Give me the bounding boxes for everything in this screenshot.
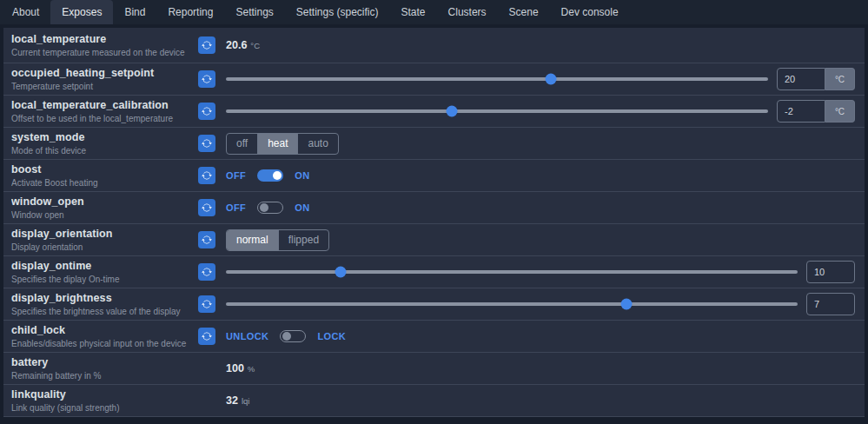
expose-row-local-temperature-calibration: local_temperature_calibrationOffset to b… — [3, 96, 865, 128]
toggle-off-label[interactable]: OFF — [226, 202, 246, 213]
refresh-button[interactable] — [198, 135, 215, 152]
toggle-off-label[interactable]: OFF — [226, 170, 246, 181]
expose-row-local-temperature: local_temperatureCurrent temperature mea… — [3, 28, 865, 63]
value-slider[interactable] — [226, 73, 768, 85]
expose-row-display-brightness: display_brightnessSpecifies the brightne… — [3, 288, 865, 321]
expose-value: 32 — [226, 394, 238, 407]
slider-thumb[interactable] — [447, 106, 458, 117]
toggle-on-label[interactable]: ON — [295, 170, 309, 181]
expose-description: Specifies the brightness value of the di… — [11, 307, 198, 316]
value-input[interactable] — [777, 100, 825, 123]
tab-dev-console[interactable]: Dev console — [550, 0, 630, 24]
expose-row-system-mode: system_modeMode of this device offheatau… — [3, 128, 865, 160]
refresh-icon — [202, 40, 212, 50]
option-normal[interactable]: normal — [227, 230, 278, 250]
value-slider[interactable] — [226, 105, 768, 117]
expose-control: 100% — [226, 362, 855, 374]
refresh-button[interactable] — [198, 167, 215, 184]
expose-name: boost — [11, 163, 198, 176]
expose-control: °C — [226, 100, 855, 123]
expose-name: display_brightness — [11, 292, 198, 304]
toggle-knob — [260, 203, 268, 212]
toggle-switch[interactable] — [257, 169, 283, 182]
toggle-switch[interactable] — [257, 202, 283, 214]
expose-name: local_temperature_calibration — [11, 99, 198, 111]
toggle-off-label[interactable]: UNLOCK — [226, 331, 268, 341]
tab-reporting[interactable]: Reporting — [156, 0, 224, 24]
expose-control: normalflipped — [226, 229, 855, 251]
refresh-button[interactable] — [198, 263, 215, 281]
refresh-icon — [202, 299, 212, 309]
expose-description: Link quality (signal strength) — [11, 403, 198, 413]
refresh-button[interactable] — [198, 231, 215, 248]
option-flipped[interactable]: flipped — [278, 230, 328, 250]
refresh-icon — [202, 235, 212, 245]
value-input[interactable] — [806, 293, 855, 315]
expose-unit: % — [248, 364, 255, 374]
toggle-on-label[interactable]: ON — [295, 202, 309, 213]
slider-track — [226, 302, 798, 306]
slider-thumb[interactable] — [620, 299, 632, 310]
option-off[interactable]: off — [227, 134, 257, 154]
slider-track — [226, 270, 798, 274]
value-input-group — [806, 261, 855, 283]
expose-label-block: display_brightnessSpecifies the brightne… — [11, 292, 198, 316]
toggle-knob — [282, 332, 291, 341]
slider-thumb[interactable] — [546, 74, 557, 85]
unit-addon: °C — [825, 100, 855, 123]
unit-addon: °C — [825, 68, 855, 90]
expose-label-block: child_lockEnables/disables physical inpu… — [11, 324, 198, 348]
expose-control: °C — [226, 68, 855, 90]
expose-label-block: system_modeMode of this device — [11, 131, 198, 156]
expose-description: Mode of this device — [11, 146, 198, 156]
slider-thumb[interactable] — [335, 267, 346, 278]
expose-control: OFFON — [226, 169, 855, 182]
expose-description: Offset to be used in the local_temperatu… — [11, 114, 198, 123]
tab-state[interactable]: State — [390, 0, 437, 24]
expose-description: Enables/disables physical input on the d… — [11, 339, 198, 348]
tab-settings-specific[interactable]: Settings (specific) — [285, 0, 390, 24]
expose-row-window-open: window_openWindow open OFFON — [3, 192, 865, 224]
tab-scene[interactable]: Scene — [498, 0, 550, 24]
expose-control: 32lqi — [226, 394, 855, 407]
exposes-list: local_temperatureCurrent temperature mea… — [3, 28, 865, 417]
refresh-button[interactable] — [198, 295, 215, 313]
value-slider[interactable] — [226, 266, 798, 278]
refresh-icon — [202, 106, 212, 116]
expose-row-display-orientation: display_orientationDisplay orientation n… — [3, 224, 865, 256]
refresh-icon — [202, 267, 212, 277]
expose-name: display_ontime — [11, 260, 198, 272]
expose-control: OFFON — [226, 202, 855, 214]
expose-control — [226, 293, 855, 315]
refresh-button[interactable] — [198, 70, 215, 88]
expose-description: Window open — [11, 210, 198, 220]
toggle-knob — [273, 171, 282, 180]
refresh-icon — [202, 74, 212, 84]
option-heat[interactable]: heat — [257, 134, 297, 154]
refresh-button[interactable] — [198, 199, 215, 216]
toggle-switch[interactable] — [280, 330, 306, 342]
expose-name: window_open — [11, 195, 198, 208]
refresh-button[interactable] — [198, 103, 215, 120]
expose-description: Temperature setpoint — [11, 82, 198, 91]
expose-control: offheatauto — [226, 133, 855, 155]
tab-about[interactable]: About — [1, 0, 50, 24]
refresh-button[interactable] — [198, 36, 215, 54]
value-input[interactable] — [777, 68, 825, 90]
refresh-icon — [202, 138, 212, 149]
tab-clusters[interactable]: Clusters — [437, 0, 498, 24]
tab-settings[interactable]: Settings — [224, 0, 284, 24]
toggle-control: OFFON — [226, 169, 310, 182]
value-slider[interactable] — [226, 298, 798, 310]
tab-exposes[interactable]: Exposes — [50, 0, 113, 24]
expose-name: child_lock — [11, 324, 198, 336]
slider-track — [226, 109, 768, 113]
value-input[interactable] — [806, 261, 855, 283]
tab-bind[interactable]: Bind — [113, 0, 156, 24]
toggle-on-label[interactable]: LOCK — [317, 331, 346, 341]
tab-bar: AboutExposesBindReportingSettingsSetting… — [0, 0, 868, 24]
option-auto[interactable]: auto — [297, 134, 337, 154]
expose-description: Current temperature measured on the devi… — [11, 48, 198, 57]
expose-description: Display orientation — [11, 242, 198, 252]
refresh-button[interactable] — [198, 328, 215, 345]
